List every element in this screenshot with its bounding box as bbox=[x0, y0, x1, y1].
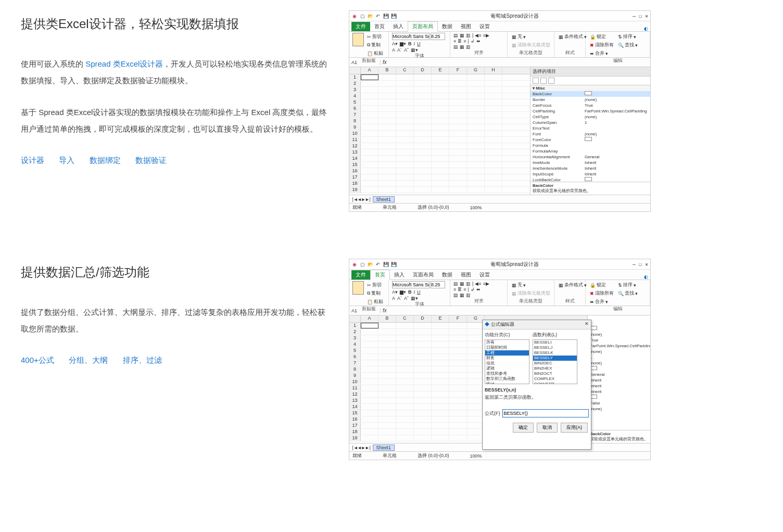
lock-button[interactable]: 🔒锁定 bbox=[589, 281, 615, 289]
cell[interactable] bbox=[449, 423, 467, 428]
row-header[interactable]: 19 bbox=[349, 187, 361, 193]
cell[interactable] bbox=[449, 329, 467, 335]
minimize-button[interactable]: — bbox=[633, 261, 636, 267]
cell[interactable] bbox=[432, 435, 449, 441]
category-item[interactable]: 逻辑 bbox=[485, 366, 529, 371]
bold-button[interactable]: B bbox=[408, 41, 412, 46]
cell[interactable] bbox=[396, 106, 414, 111]
cell[interactable] bbox=[414, 379, 432, 385]
cell[interactable] bbox=[467, 174, 485, 180]
border-icon[interactable]: ▦▾ bbox=[411, 296, 418, 301]
cell[interactable] bbox=[378, 435, 396, 441]
col-G[interactable]: G bbox=[467, 67, 485, 74]
cell[interactable] bbox=[396, 93, 414, 99]
link-import[interactable]: 导入 bbox=[59, 156, 74, 164]
saveas-icon[interactable]: 💾 bbox=[390, 13, 397, 19]
align-mc[interactable]: ≣ bbox=[458, 39, 462, 44]
cell[interactable] bbox=[414, 385, 432, 391]
cell[interactable] bbox=[432, 373, 449, 378]
property-row[interactable]: False bbox=[588, 400, 650, 406]
cell[interactable] bbox=[414, 423, 432, 428]
font-a3[interactable]: A˘ bbox=[404, 296, 409, 301]
align-mr[interactable]: ≡ bbox=[463, 287, 466, 292]
property-row[interactable]: CellPaddingFarPoint.Win.Spread.CellPaddi… bbox=[531, 108, 650, 114]
bold-button[interactable]: B bbox=[408, 289, 412, 295]
cell[interactable] bbox=[432, 398, 449, 403]
row-header[interactable]: 13 bbox=[349, 149, 361, 155]
category-listbox[interactable]: 所有日期和时间工程财务信息逻辑查找和参考数学和三角函数统计文本 bbox=[485, 339, 529, 384]
cell[interactable] bbox=[414, 81, 432, 86]
row-header[interactable]: 12 bbox=[349, 143, 361, 149]
prop-category[interactable]: ▾ Misc bbox=[531, 85, 650, 91]
cell[interactable] bbox=[361, 181, 378, 186]
underline-button[interactable]: U bbox=[417, 289, 421, 295]
save-icon[interactable]: 💾 bbox=[383, 13, 389, 19]
help-icon[interactable]: ◐ bbox=[644, 26, 648, 31]
cell[interactable] bbox=[378, 81, 396, 86]
cell[interactable] bbox=[432, 149, 449, 155]
cell[interactable] bbox=[449, 112, 467, 118]
cell[interactable] bbox=[467, 81, 485, 86]
function-item[interactable]: BESSELK bbox=[533, 350, 577, 356]
row-header[interactable]: 17 bbox=[349, 174, 361, 180]
cell[interactable] bbox=[414, 354, 432, 360]
row-header[interactable]: 8 bbox=[349, 118, 361, 124]
font-color-icon[interactable]: A▾ bbox=[392, 289, 398, 295]
new-icon[interactable]: ▢ bbox=[359, 13, 365, 19]
italic-button[interactable]: I bbox=[414, 41, 415, 46]
cell[interactable] bbox=[485, 124, 502, 130]
undo-icon[interactable]: ↶ bbox=[375, 13, 381, 19]
tab-last[interactable]: ▶| bbox=[366, 197, 372, 202]
cell[interactable] bbox=[378, 341, 396, 347]
row-header[interactable]: 2 bbox=[349, 81, 361, 86]
cell[interactable] bbox=[361, 81, 378, 86]
row-header[interactable]: 7 bbox=[349, 112, 361, 118]
cell[interactable] bbox=[414, 181, 432, 186]
cell[interactable] bbox=[396, 81, 414, 86]
cell[interactable] bbox=[396, 174, 414, 180]
cell[interactable] bbox=[432, 187, 449, 193]
paste-icon[interactable] bbox=[352, 33, 364, 46]
property-row[interactable]: 1 bbox=[588, 354, 650, 360]
cell[interactable] bbox=[485, 174, 502, 180]
cell[interactable] bbox=[378, 404, 396, 410]
cell[interactable] bbox=[361, 93, 378, 99]
cell[interactable] bbox=[432, 137, 449, 143]
col-D[interactable]: D bbox=[414, 315, 432, 322]
cell[interactable] bbox=[378, 379, 396, 385]
prop-icon3[interactable] bbox=[548, 78, 554, 84]
property-row[interactable]: HorizontalAlignmentGeneral bbox=[531, 154, 650, 160]
property-row[interactable]: (none) bbox=[588, 332, 650, 337]
cell[interactable] bbox=[432, 93, 449, 99]
lock-button[interactable]: 🔒锁定 bbox=[589, 33, 615, 41]
row-header[interactable]: 4 bbox=[349, 93, 361, 99]
property-row[interactable]: BackColor bbox=[531, 91, 650, 97]
row-header[interactable]: 2 bbox=[349, 329, 361, 335]
function-item[interactable]: BIN2HEX bbox=[533, 366, 577, 371]
tab-layout[interactable]: 页面布局 bbox=[409, 270, 438, 280]
cell[interactable] bbox=[414, 391, 432, 397]
cell[interactable] bbox=[414, 131, 432, 136]
cell[interactable] bbox=[414, 323, 432, 328]
cell[interactable] bbox=[396, 435, 414, 441]
cell[interactable] bbox=[396, 99, 414, 105]
cell[interactable] bbox=[414, 404, 432, 410]
cell[interactable] bbox=[414, 137, 432, 143]
cell[interactable] bbox=[432, 391, 449, 397]
copy-button[interactable]: ⧉复制 bbox=[366, 41, 384, 49]
saveas-icon[interactable]: 💾 bbox=[390, 261, 397, 268]
cell[interactable] bbox=[378, 187, 396, 193]
cell[interactable] bbox=[396, 410, 414, 416]
cell[interactable] bbox=[414, 410, 432, 416]
cancel-button[interactable]: 取消 bbox=[537, 423, 558, 433]
cell[interactable] bbox=[396, 348, 414, 353]
wrap-icon[interactable]: ↲ bbox=[471, 287, 475, 292]
cell[interactable] bbox=[414, 335, 432, 341]
cell[interactable] bbox=[467, 118, 485, 124]
cell[interactable] bbox=[361, 99, 378, 105]
cell[interactable] bbox=[396, 404, 414, 410]
cell[interactable] bbox=[467, 106, 485, 111]
cell[interactable] bbox=[378, 385, 396, 391]
cell[interactable] bbox=[485, 99, 502, 105]
row-header[interactable]: 16 bbox=[349, 416, 361, 422]
